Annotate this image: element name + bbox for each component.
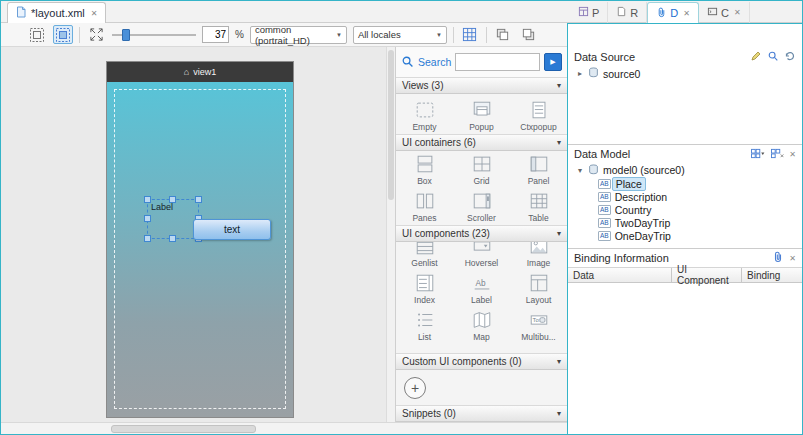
palette-row: Box Grid Panel: [396, 151, 567, 188]
palette-item-hoversel[interactable]: Hoversel: [453, 242, 510, 270]
panel-top-spacer: [568, 24, 802, 48]
zoom-slider[interactable]: [112, 27, 196, 43]
add-custom-component-button[interactable]: +: [404, 377, 426, 399]
locale-dropdown[interactable]: All locales ▼: [353, 26, 447, 44]
tree-expanded-icon[interactable]: ▾: [576, 166, 584, 175]
view-surface[interactable]: Label text: [107, 82, 293, 417]
column-header-data[interactable]: Data: [568, 268, 672, 282]
section-header-components[interactable]: UI components (23) ▾: [396, 225, 567, 242]
design-canvas[interactable]: ⌂ view1 Label text: [1, 47, 386, 422]
svg-text:Ab: Ab: [475, 279, 486, 288]
palette-item-genlist[interactable]: Genlist: [396, 242, 453, 270]
tree-item-model0[interactable]: ▾ model0 (source0): [568, 163, 802, 177]
palette-item-label: Genlist: [411, 258, 437, 268]
edit-datasource-icon[interactable]: [750, 50, 762, 64]
section-header-views[interactable]: Views (3) ▾: [396, 77, 567, 94]
close-icon[interactable]: ✕: [734, 8, 741, 17]
palette-item-grid[interactable]: Grid: [453, 151, 510, 188]
components-scroll-viewport: Genlist Hoversel Image Index: [396, 242, 567, 353]
bring-forward-button[interactable]: [493, 25, 513, 44]
label-widget[interactable]: Label: [147, 199, 199, 239]
palette-item-box[interactable]: Box: [396, 151, 453, 188]
palette-item-image[interactable]: Image: [510, 242, 567, 270]
section-header-custom[interactable]: Custom UI components (0) ▾: [396, 353, 567, 370]
palette-item-clipped[interactable]: [510, 344, 567, 353]
device-preview[interactable]: ⌂ view1 Label text: [106, 61, 294, 418]
selection-handle[interactable]: [144, 196, 151, 203]
zoom-value-input[interactable]: [202, 26, 229, 43]
view-header[interactable]: ⌂ view1: [107, 62, 293, 82]
selection-handle[interactable]: [169, 196, 176, 203]
fit-to-screen-button[interactable]: [86, 25, 106, 44]
palette-item-empty[interactable]: Empty: [396, 94, 453, 134]
tree-collapsed-icon[interactable]: ▸: [576, 69, 584, 78]
field-row-twodaytrip[interactable]: AB TwoDayTrip: [568, 216, 802, 229]
tab-console-c[interactable]: C ✕: [699, 2, 750, 23]
palette-item-label: Grid: [473, 176, 489, 186]
palette-item-clipped[interactable]: [396, 344, 453, 353]
add-model-icon[interactable]: [750, 148, 765, 161]
palette-item-label: Box: [417, 176, 432, 186]
percent-label: %: [235, 29, 244, 40]
palette-item-index[interactable]: Index: [396, 270, 453, 307]
dragged-text-widget[interactable]: text: [193, 219, 271, 240]
field-row-description[interactable]: AB Description: [568, 190, 802, 203]
label-icon: Ab: [471, 272, 493, 294]
section-header-containers[interactable]: UI containers (6) ▾: [396, 134, 567, 151]
show-grid-button[interactable]: [460, 25, 480, 44]
field-label-selected: Place: [612, 177, 646, 191]
tree-item-source0[interactable]: ▸ source0: [568, 66, 802, 81]
field-label: Description: [615, 191, 668, 203]
palette-item-scroller[interactable]: Scroller: [453, 188, 510, 225]
palette-item-ctxpopup[interactable]: Ctxpopup: [510, 94, 567, 134]
palette-item-label-widget[interactable]: Ab Label: [453, 270, 510, 307]
search-datasource-icon[interactable]: [767, 50, 779, 64]
layout-icon: [528, 272, 550, 294]
delete-icon[interactable]: ✕: [789, 150, 796, 159]
palette-row: Panes Scroller Table: [396, 188, 567, 225]
canvas-horizontal-scrollbar[interactable]: [1, 422, 567, 435]
tab-label: C: [721, 7, 729, 19]
column-header-binding[interactable]: Binding: [742, 268, 802, 282]
column-header-ui-component[interactable]: UI Component: [672, 268, 742, 282]
selection-handle[interactable]: [144, 215, 151, 222]
palette-item-list[interactable]: List: [396, 307, 453, 344]
palette-row: Index Ab Label Layout: [396, 270, 567, 307]
search-go-button[interactable]: ▶: [544, 53, 562, 71]
palette-search-input[interactable]: [455, 53, 540, 71]
selection-handle[interactable]: [195, 196, 202, 203]
palette-item-panes[interactable]: Panes: [396, 188, 453, 225]
resolution-dropdown[interactable]: common (portrait_HD) ▼: [250, 26, 347, 44]
field-row-onedaytrip[interactable]: AB OneDayTrip: [568, 229, 802, 242]
palette-item-popup[interactable]: Popup: [453, 94, 510, 134]
canvas-vertical-scrollbar[interactable]: [386, 47, 395, 422]
palette-item-table[interactable]: Table: [510, 188, 567, 225]
close-icon[interactable]: ✕: [91, 9, 98, 18]
selection-handle[interactable]: [144, 235, 151, 242]
string-type-icon: AB: [598, 179, 611, 189]
palette-item-layout[interactable]: Layout: [510, 270, 567, 307]
palette-item-multibuttonentry[interactable]: To: Multibu...: [510, 307, 567, 344]
field-row-place[interactable]: AB Place: [568, 177, 802, 190]
tab-data-binding-d[interactable]: D ✕: [647, 2, 699, 23]
palette-item-clipped[interactable]: [453, 344, 510, 353]
section-header-snippets[interactable]: Snippets (0) ▾: [396, 405, 567, 422]
close-icon[interactable]: ✕: [789, 254, 796, 263]
show-margins-toggle[interactable]: [27, 25, 47, 44]
scrollbar-thumb[interactable]: [388, 50, 394, 200]
remove-model-icon[interactable]: [770, 148, 784, 161]
send-backward-button[interactable]: [519, 25, 539, 44]
scrollbar-thumb[interactable]: [111, 425, 256, 433]
close-icon[interactable]: ✕: [683, 9, 690, 18]
palette-item-map[interactable]: Map: [453, 307, 510, 344]
refresh-datasource-icon[interactable]: [784, 50, 796, 64]
paperclip-icon[interactable]: [772, 251, 784, 265]
show-bounds-toggle[interactable]: [53, 25, 73, 44]
tab-layout-xml[interactable]: *layout.xml ✕: [7, 2, 106, 23]
field-row-country[interactable]: AB Country: [568, 203, 802, 216]
zoom-slider-handle[interactable]: [122, 29, 130, 41]
tab-palette-p[interactable]: P: [570, 2, 608, 23]
tab-resources-r[interactable]: R: [608, 2, 647, 23]
selection-handle[interactable]: [169, 235, 176, 242]
palette-item-panel[interactable]: Panel: [510, 151, 567, 188]
